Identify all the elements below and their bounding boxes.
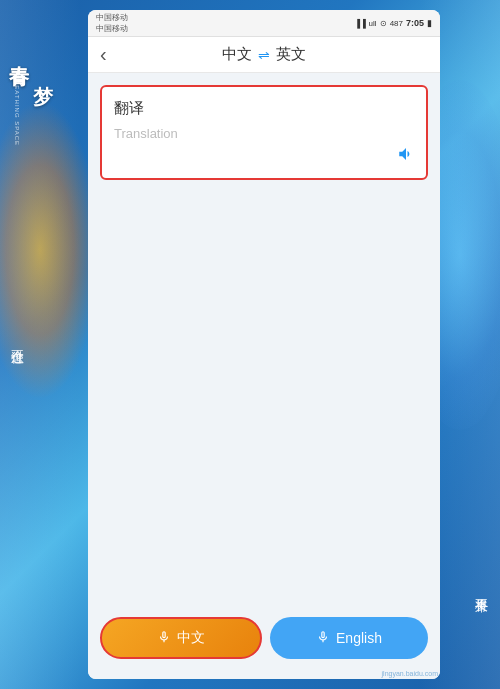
phone-screen: 中国移动 中国移动 ▌▌ull ⊙ 487 7:05 ▮ ‹ 中文 ⇌ 英文 翻… (88, 10, 440, 679)
bottom-buttons: 中文 English (100, 607, 428, 667)
nav-bar: ‹ 中文 ⇌ 英文 (88, 37, 440, 73)
english-button[interactable]: English (270, 617, 428, 659)
frost-left (0, 0, 80, 689)
chinese-button-label: 中文 (177, 629, 205, 647)
translation-box[interactable]: 翻译 Translation (100, 85, 428, 180)
english-mic-icon (316, 630, 330, 647)
nav-title-chinese: 中文 (222, 45, 252, 64)
carrier2-text: 中国移动 (96, 23, 128, 34)
translation-label: 翻译 (114, 99, 414, 118)
chinese-mic-icon (157, 630, 171, 647)
left-subtitle-text: BREATHING SPACE (14, 75, 20, 146)
watermark: jlngyan.baidu.com (382, 670, 438, 677)
battery-icon: ▮ (427, 18, 432, 28)
nav-title-english: 英文 (276, 45, 306, 64)
carrier-info: 中国移动 中国移动 (96, 12, 128, 34)
status-bar: 中国移动 中国移动 ▌▌ull ⊙ 487 7:05 ▮ (88, 10, 440, 37)
back-button[interactable]: ‹ (100, 43, 107, 66)
carrier1-text: 中国移动 (96, 12, 128, 23)
status-right-icons: ▌▌ull ⊙ 487 7:05 ▮ (357, 18, 432, 28)
chinese-button[interactable]: 中文 (100, 617, 262, 659)
content-spacer (100, 180, 428, 607)
back-arrow-icon: ‹ (100, 43, 107, 65)
speaker-icon[interactable] (396, 145, 416, 168)
wifi-icon: ⊙ (380, 19, 387, 28)
nav-title-arrows: ⇌ (258, 47, 270, 63)
main-content: 翻译 Translation 中文 (88, 73, 440, 679)
battery-number: 487 (390, 19, 403, 28)
signal-icons: ▌▌ull (357, 19, 376, 28)
translation-input[interactable]: Translation (114, 126, 414, 166)
nav-title: 中文 ⇌ 英文 (222, 45, 306, 64)
time-display: 7:05 (406, 18, 424, 28)
english-button-label: English (336, 630, 382, 646)
